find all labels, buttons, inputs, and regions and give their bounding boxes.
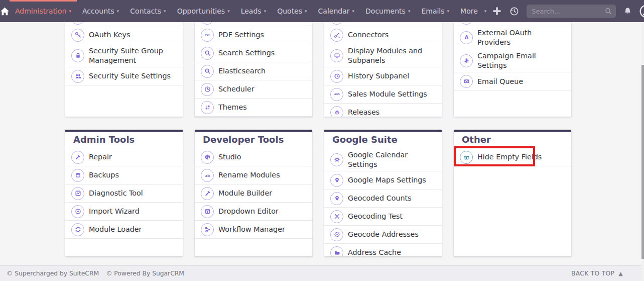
dropdown-editor-link[interactable]: Dropdown Editor bbox=[195, 203, 312, 221]
chevron-down-icon: ▾ bbox=[484, 9, 487, 14]
chevron-down-icon: ▾ bbox=[447, 9, 450, 14]
security-suite-group-management-link[interactable]: Security Suite Group Management bbox=[65, 44, 183, 67]
search-input[interactable] bbox=[527, 5, 616, 18]
wrench-icon bbox=[71, 151, 84, 164]
rename-modules-link[interactable]: abRename Modules bbox=[195, 166, 312, 184]
google-calendar-settings-link[interactable]: Google Calendar Settings bbox=[324, 148, 442, 171]
google-maps-settings-link[interactable]: Google Maps Settings bbox=[324, 171, 442, 190]
admin-page-content: OAuth KeysSecurity Suite Group Managemen… bbox=[0, 22, 644, 256]
scrollbar-thumb[interactable] bbox=[641, 65, 644, 259]
admin-item-label: Workflow Manager bbox=[218, 225, 285, 234]
notifications-button[interactable] bbox=[623, 7, 632, 16]
nav-item-emails[interactable]: Emails▾ bbox=[416, 0, 455, 22]
nav-item-label: Emails bbox=[421, 7, 444, 15]
import-wizard-link[interactable]: Import Wizard bbox=[65, 203, 183, 221]
package-icon bbox=[460, 151, 473, 164]
admin-item-label: Geocoding Test bbox=[348, 212, 403, 221]
geocoded-counts-link[interactable]: Geocoded Counts bbox=[324, 190, 442, 208]
admin-item-label: Backups bbox=[89, 170, 119, 180]
nav-item-calendar[interactable]: Calendar▾ bbox=[313, 0, 360, 22]
home-button[interactable] bbox=[0, 0, 10, 22]
panel-title: Admin Tools bbox=[65, 132, 183, 148]
campaign-email-settings-link[interactable]: Campaign Email Settings bbox=[454, 49, 571, 72]
history-subpanel-link[interactable]: History Subpanel bbox=[324, 67, 442, 85]
top-navbar: Administration▾Accounts▾Contacts▾Opportu… bbox=[0, 0, 644, 22]
nav-item-label: Documents bbox=[365, 7, 406, 15]
chevron-down-icon: ▾ bbox=[164, 9, 166, 14]
nav-item-documents[interactable]: Documents▾ bbox=[360, 0, 416, 22]
elasticsearch-link[interactable]: Elasticsearch bbox=[195, 62, 312, 80]
admin-item-label: Scheduler bbox=[218, 84, 254, 94]
pdf-badge-icon: PDF bbox=[201, 29, 214, 42]
pdf-settings-link[interactable]: PDFPDF Settings bbox=[195, 26, 312, 44]
nav-item-administration[interactable]: Administration▾ bbox=[10, 0, 77, 22]
clipped-icon bbox=[460, 22, 473, 25]
panel-developer-tools: Developer ToolsStudioabRename ModulesMod… bbox=[195, 130, 312, 256]
nav-item-contacts[interactable]: Contacts▾ bbox=[124, 0, 171, 22]
panel-column-2: PDFPDF SettingsSearch SettingsElasticsea… bbox=[195, 22, 312, 117]
scheduler-link[interactable]: Scheduler bbox=[195, 80, 312, 99]
connectors-link[interactable]: Connectors bbox=[324, 26, 442, 44]
sales-module-settings-link[interactable]: AOSSales Module Settings bbox=[324, 85, 442, 104]
quick-create-button[interactable] bbox=[492, 6, 502, 16]
workflow-manager-link[interactable]: Workflow Manager bbox=[195, 221, 312, 239]
panel-column-3: ConnectorsDisplay Modules and SubpanelsH… bbox=[324, 22, 442, 117]
arrows-cross-icon bbox=[330, 210, 343, 223]
panel-title: Google Suite bbox=[324, 132, 442, 148]
admin-item-label: Import Wizard bbox=[89, 207, 140, 216]
external-oauth-providers-link[interactable]: AExternal OAuth Providers bbox=[454, 26, 571, 49]
palette-icon bbox=[201, 151, 214, 164]
svg-text:PDF: PDF bbox=[205, 34, 210, 36]
releases-link[interactable]: Releases bbox=[324, 104, 442, 117]
module-builder-link[interactable]: Module Builder bbox=[195, 184, 312, 203]
nav-item-quotes[interactable]: Quotes▾ bbox=[272, 0, 312, 22]
hide-empty-fields-link[interactable]: Hide Empty Fields bbox=[454, 148, 571, 166]
module-loader-link[interactable]: Module Loader bbox=[65, 221, 183, 239]
chevron-down-icon: ▾ bbox=[69, 9, 71, 14]
address-cache-link[interactable]: Address Cache bbox=[324, 244, 442, 256]
chevron-down-icon: ▾ bbox=[408, 9, 411, 14]
display-modules-and-subpanels-link[interactable]: Display Modules and Subpanels bbox=[324, 44, 442, 67]
nav-item-label: Administration bbox=[15, 7, 66, 15]
panel-title: Other bbox=[454, 132, 571, 148]
nav-item-accounts[interactable]: Accounts▾ bbox=[77, 0, 124, 22]
admin-item-label: Hide Empty Fields bbox=[477, 152, 542, 162]
nav-item-leads[interactable]: Leads▾ bbox=[235, 0, 272, 22]
back-to-top-link[interactable]: BACK TO TOP ▲ bbox=[571, 270, 623, 277]
backups-link[interactable]: Backups bbox=[65, 166, 183, 184]
global-search bbox=[527, 5, 616, 18]
geocoding-test-link[interactable]: Geocoding Test bbox=[324, 208, 442, 226]
user-menu-button[interactable] bbox=[639, 5, 644, 18]
admin-item-label: Themes bbox=[218, 103, 247, 112]
footer-sugarcrm-credit: © Powered By SugarCRM bbox=[106, 270, 184, 277]
admin-item-label: Repair bbox=[89, 152, 112, 162]
nav-item-more[interactable]: More▾ bbox=[455, 0, 492, 22]
studio-link[interactable]: Studio bbox=[195, 148, 312, 166]
oauth-keys-link[interactable]: OAuth Keys bbox=[65, 26, 183, 44]
admin-item-label: Google Calendar Settings bbox=[348, 150, 435, 169]
clipped-item-above bbox=[454, 22, 571, 26]
diagnostic-tool-link[interactable]: Diagnostic Tool bbox=[65, 184, 183, 203]
repair-link[interactable]: Repair bbox=[65, 148, 183, 166]
admin-item-label: Google Maps Settings bbox=[348, 175, 426, 185]
search-icon[interactable] bbox=[605, 8, 612, 15]
monitor-icon bbox=[330, 49, 343, 62]
security-suite-settings-link[interactable]: Security Suite Settings bbox=[65, 67, 183, 85]
nav-item-label: Quotes bbox=[277, 7, 302, 15]
share-nodes-icon bbox=[330, 29, 343, 42]
recently-viewed-button[interactable] bbox=[509, 7, 519, 16]
admin-item-label: Module Builder bbox=[218, 189, 272, 198]
themes-link[interactable]: Themes bbox=[195, 99, 312, 117]
nav-item-opportunities[interactable]: Opportunities▾ bbox=[172, 0, 235, 22]
admin-item-label: OAuth Keys bbox=[89, 30, 130, 40]
search-settings-link[interactable]: Search Settings bbox=[195, 44, 312, 62]
svg-text:ab: ab bbox=[205, 174, 210, 178]
map-pin-icon bbox=[330, 192, 343, 205]
geocode-addresses-link[interactable]: Geocode Addresses bbox=[324, 226, 442, 244]
panel-admin-tools: Admin ToolsRepairBackupsDiagnostic ToolI… bbox=[65, 130, 183, 256]
nav-item-label: More bbox=[460, 7, 478, 15]
nav-item-label: Contacts bbox=[130, 7, 161, 15]
email-queue-link[interactable]: Email Queue bbox=[454, 72, 571, 90]
svg-text:A: A bbox=[464, 35, 468, 40]
chevron-down-icon: ▾ bbox=[352, 9, 355, 14]
